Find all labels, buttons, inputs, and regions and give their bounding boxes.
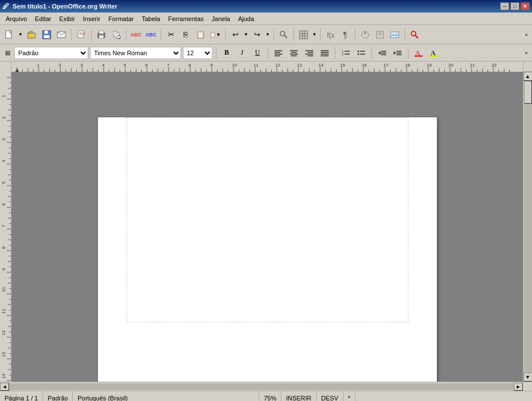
svg-line-19 [120,38,120,39]
align-left-button[interactable] [272,47,285,59]
font-size-select[interactable]: 891011 121416 [183,47,212,59]
align-justify-button[interactable] [318,47,332,59]
scroll-down-button[interactable]: ▼ [523,373,533,382]
horizontal-scrollbar[interactable]: ◄ ► [0,382,532,391]
insert-table-dropdown[interactable]: ▼ [312,28,317,42]
bullet-list-button[interactable] [354,47,368,59]
new-dropdown[interactable]: ▼ [17,28,24,42]
copy-button[interactable]: ⎘ [179,28,193,42]
maximize-button[interactable]: □ [510,2,519,10]
scroll-up-button[interactable]: ▲ [523,72,533,81]
style-label: Padrão [48,395,68,402]
print-preview-button[interactable] [109,28,123,42]
scroll-thumb[interactable] [524,81,532,104]
numbered-list-button[interactable]: 1.2. [339,47,353,59]
navigator-button[interactable] [358,28,372,42]
insert-table-button[interactable] [297,28,310,42]
redo-button[interactable]: ↪ [250,28,264,42]
ruler-corner [0,62,11,72]
page-content-area[interactable] [126,117,408,322]
underline-button[interactable]: U [251,47,264,59]
menu-inserir[interactable]: Inserir [80,14,104,23]
undo-dropdown[interactable]: ▼ [243,28,249,42]
selection-mode-section[interactable]: DESV [317,391,343,401]
document-area[interactable] [11,72,523,382]
paste-button[interactable]: 📋 [194,28,207,42]
decrease-indent-button[interactable] [375,47,389,59]
menu-bar: Arquivo Editar Exibir Inserir Formatar T… [0,13,532,25]
insert-mode-section[interactable]: INSERIR [281,391,317,401]
title-bar-controls: ─ □ ✕ [500,2,530,10]
scroll-left-button[interactable]: ◄ [0,383,9,391]
email-button[interactable] [55,28,68,42]
undo-button[interactable]: ↩ [228,28,242,42]
edit-doc-button[interactable] [75,28,88,42]
title-bar-text: 🖊 Sem titulo1 - OpenOffice.org Writer [2,2,117,10]
open-button[interactable] [25,28,39,42]
highlight-color-button[interactable]: A [427,47,441,59]
language-section: Português (Brasil) [73,391,259,401]
document-page [98,117,437,382]
redo-dropdown[interactable]: ▼ [265,28,271,42]
toolbar1-expander[interactable]: » [523,28,530,42]
spellcheck-button[interactable]: ABC [129,28,143,42]
formatting-toolbar: ▤ Padrão Título 1 Título 2 Times New Rom… [0,44,532,62]
svg-rect-8 [78,31,83,38]
styles-button[interactable] [373,28,387,42]
menu-janela[interactable]: Janela [208,14,234,23]
italic-button[interactable]: I [235,47,249,59]
zoom-icon[interactable] [408,28,421,42]
title-bar: 🖊 Sem titulo1 - OpenOffice.org Writer ─ … [0,0,532,13]
ruler-right-spacer [523,62,532,71]
paste-special-button[interactable]: 📋▼ [208,28,222,42]
close-button[interactable]: ✕ [521,2,530,10]
separator5 [225,28,226,41]
increase-indent-button[interactable] [391,47,404,59]
page-count-label: Página 1 / 1 [5,395,38,402]
separator2 [91,28,92,41]
cut-button[interactable]: ✂ [164,28,178,42]
nonprint-chars-button[interactable]: ¶ [338,28,352,42]
spellcheck-auto-button[interactable]: ABC [144,28,158,42]
fmt-sep3 [335,47,335,59]
scroll-right-button[interactable]: ► [514,383,523,391]
separator3 [126,28,126,41]
scroll-track[interactable] [524,81,532,373]
separator9 [355,28,355,41]
print-button[interactable] [95,28,108,42]
menu-tabela[interactable]: Tabela [138,14,163,23]
separator7 [293,28,294,41]
vertical-ruler [0,72,11,382]
vertical-scrollbar[interactable]: ▲ ▼ [523,72,532,382]
svg-text:f(x): f(x) [327,31,335,39]
hscroll-track[interactable] [9,383,514,390]
svg-rect-70 [415,55,423,57]
menu-ajuda[interactable]: Ajuda [235,14,257,23]
save-button[interactable] [40,28,54,42]
font-name-select[interactable]: Times New Roman Arial Courier New [90,47,181,59]
new-button[interactable] [2,28,16,42]
menu-arquivo[interactable]: Arquivo [2,14,30,23]
menu-formatar[interactable]: Formatar [105,14,137,23]
content-row: ▲ ▼ [0,72,532,382]
show-functions-button[interactable]: f(x) [324,28,337,42]
ruler-container [0,62,532,72]
align-right-button[interactable] [302,47,316,59]
menu-ferramentas[interactable]: Ferramentas [165,14,207,23]
status-bar: Página 1 / 1 Padrão Português (Brasil) 7… [0,391,532,401]
gallery-button[interactable] [388,28,402,42]
bold-button[interactable]: B [220,47,234,59]
svg-rect-6 [44,35,50,38]
fmt-sep4 [371,47,372,59]
fmt-toolbar-expander[interactable]: » [523,46,530,60]
minimize-button[interactable]: ─ [500,2,509,10]
paragraph-style-select[interactable]: Padrão Título 1 Título 2 [14,47,88,59]
font-color-button[interactable]: A [412,47,425,59]
star-label: * [348,395,350,402]
align-center-button[interactable] [287,47,301,59]
menu-editar[interactable]: Editar [31,14,55,23]
menu-exibir[interactable]: Exibir [56,14,79,23]
app-icon: 🖊 [2,2,9,10]
svg-point-20 [280,31,285,36]
findreplacement-button[interactable] [277,28,290,42]
